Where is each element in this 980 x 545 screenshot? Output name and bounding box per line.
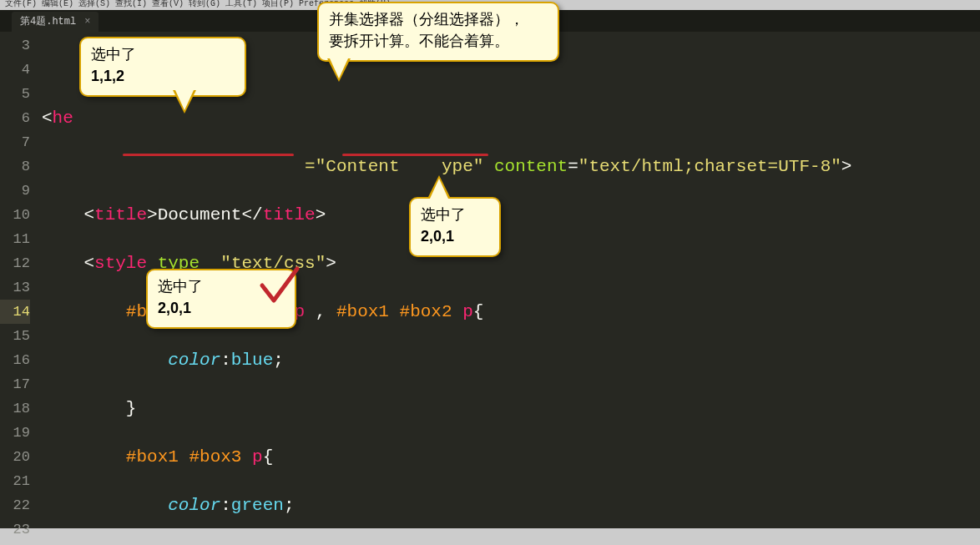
line-number: 20 [0, 445, 30, 469]
colon: : [220, 351, 231, 370]
callout-text: 要拆开计算。不能合着算。 [329, 30, 548, 52]
tag-style: style [94, 254, 147, 273]
space [389, 302, 400, 321]
comma: , [316, 302, 326, 321]
line-number: 21 [0, 469, 30, 493]
line-number: 22 [0, 493, 30, 517]
selector-tag: p [462, 302, 473, 321]
line-number: 8 [0, 154, 30, 179]
selector-id: #box1 [126, 447, 179, 467]
tag-head-partial: he [53, 108, 73, 128]
string: "text/html;charset=UTF-8" [578, 157, 841, 176]
punct: > [841, 157, 852, 176]
text: Document [158, 205, 242, 225]
callout-text: 2,0,1 [158, 300, 191, 316]
punct: > [147, 205, 158, 225]
css-value: blue [231, 351, 273, 370]
brace: { [473, 302, 484, 321]
tag-title: title [263, 205, 316, 225]
annotation-underline [342, 154, 488, 156]
close-icon[interactable]: × [84, 12, 90, 32]
line-number: 19 [0, 421, 30, 445]
space [179, 447, 189, 467]
line-number: 3 [0, 33, 30, 58]
line-number: 12 [0, 251, 30, 275]
callout-text: 选中了 [91, 43, 235, 65]
semicolon: ; [273, 351, 284, 370]
line-number: 9 [0, 179, 30, 203]
line-number: 5 [0, 82, 30, 106]
tab-file[interactable]: 第4题.html × [12, 12, 99, 32]
punct: </ [241, 205, 262, 225]
line-number: 14 [0, 300, 30, 324]
line-number: 18 [0, 396, 30, 421]
punct: > [326, 254, 336, 273]
tag-title: title [94, 205, 147, 225]
punct: = [568, 157, 578, 176]
line-number: 10 [0, 203, 30, 227]
semicolon: ; [284, 496, 295, 515]
annotation-underline [123, 154, 294, 156]
selector-id: #box2 [400, 302, 452, 321]
checkmark-icon [259, 265, 301, 307]
annotation-callout: 选中了 2,0,1 [409, 197, 501, 257]
callout-text: 并集选择器（分组选择器）， [329, 8, 548, 30]
attr-content: content [494, 157, 568, 176]
selector-tag: p [252, 447, 263, 467]
string: ype" [442, 157, 483, 176]
line-number: 7 [0, 130, 30, 154]
tab-label: 第4题.html [20, 12, 76, 32]
editor-area: 3 4 5 6 7 8 9 10 11 12 13 14 15 16 17 18… [0, 32, 980, 528]
punct: > [316, 205, 326, 225]
css-property: color [168, 351, 220, 370]
line-number: 15 [0, 324, 30, 348]
punct: < [42, 108, 53, 128]
punct: < [83, 254, 94, 273]
space [452, 302, 463, 321]
line-number: 17 [0, 372, 30, 396]
colon: : [220, 496, 231, 515]
space [326, 302, 336, 321]
annotation-callout: 并集选择器（分组选择器）， 要拆开计算。不能合着算。 [317, 2, 559, 62]
punct: < [83, 205, 94, 225]
callout-text: 2,0,1 [421, 228, 454, 245]
brace: } [126, 399, 137, 418]
line-number: 11 [0, 227, 30, 251]
punct: = [305, 157, 316, 176]
css-value: green [231, 496, 284, 515]
space [305, 302, 316, 321]
line-number: 13 [0, 275, 30, 300]
annotation-callout: 选中了 1,1,2 [79, 37, 246, 97]
selector-id: #box3 [189, 447, 241, 467]
line-number: 16 [0, 348, 30, 372]
css-property: color [168, 496, 220, 515]
line-number-gutter: 3 4 5 6 7 8 9 10 11 12 13 14 15 16 17 18… [0, 32, 42, 528]
selector-id: #box1 [336, 302, 389, 321]
space [241, 447, 252, 467]
brace: { [263, 447, 274, 467]
callout-text: 选中了 [421, 204, 489, 225]
line-number: 6 [0, 106, 30, 130]
callout-text: 1,1,2 [91, 68, 124, 84]
line-number: 4 [0, 58, 30, 82]
line-number: 23 [0, 517, 30, 542]
string: "Content [316, 157, 400, 176]
